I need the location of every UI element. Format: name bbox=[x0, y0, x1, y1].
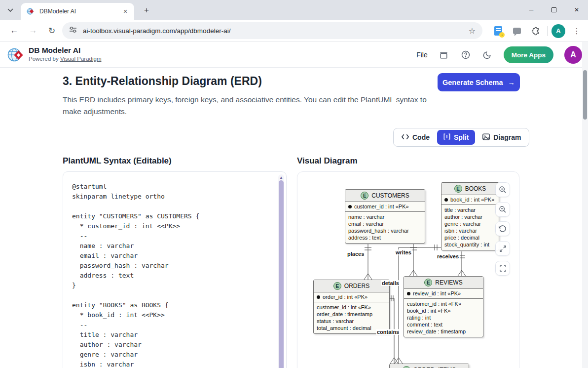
diagram-heading: Visual Diagram bbox=[297, 156, 358, 166]
forward-icon[interactable]: → bbox=[26, 23, 40, 38]
entity-customers[interactable]: ECUSTOMERScustomer_id : int «PK»name : v… bbox=[345, 189, 425, 244]
entity-primary-key: book_id : int «PK» bbox=[441, 195, 499, 205]
address-bar[interactable]: ai-toolbox.visual-paradigm.com/app/dbmod… bbox=[62, 22, 482, 39]
entity-header: ECUSTOMERS bbox=[345, 190, 425, 202]
site-info-icon[interactable] bbox=[69, 26, 77, 36]
relationship-label-writes: writes bbox=[395, 249, 412, 255]
plantuml-code-editor[interactable]: @startumlskinparam linetype ortho entity… bbox=[63, 172, 276, 368]
entity-header: EBOOKS bbox=[441, 183, 499, 195]
back-icon[interactable]: ← bbox=[7, 23, 22, 38]
reset-view-icon[interactable] bbox=[495, 221, 510, 236]
tab-search-chevron-icon[interactable] bbox=[4, 4, 17, 17]
dark-mode-moon-icon[interactable] bbox=[482, 49, 493, 60]
entity-header: EREVIEWS bbox=[404, 277, 483, 289]
zoom-out-icon[interactable] bbox=[495, 202, 510, 217]
extensions-puzzle-icon[interactable] bbox=[528, 24, 543, 39]
page-scrollbar-thumb[interactable] bbox=[583, 70, 587, 120]
browser-tab[interactable]: DBModeler AI ✕ bbox=[21, 3, 134, 20]
archive-icon[interactable] bbox=[439, 49, 449, 60]
section-description: This ERD includes primary keys, foreign … bbox=[63, 94, 430, 118]
bookmark-star-icon[interactable]: ☆ bbox=[469, 26, 476, 36]
reload-icon[interactable]: ↻ bbox=[44, 23, 59, 38]
relationship-label-details: details bbox=[381, 280, 400, 286]
entity-stereotype-icon: E bbox=[403, 366, 410, 368]
visual-diagram-panel: ECUSTOMERScustomer_id : int «PK»name : v… bbox=[297, 171, 519, 368]
entity-reviews[interactable]: EREVIEWSreview_id : int «PK»customer_id … bbox=[404, 276, 483, 337]
fit-view-icon[interactable] bbox=[495, 241, 510, 256]
editor-scrollbar-thumb[interactable] bbox=[279, 180, 284, 368]
url-text[interactable]: ai-toolbox.visual-paradigm.com/app/dbmod… bbox=[83, 27, 469, 35]
relationship-label-places: places bbox=[346, 251, 365, 257]
editor-scrollbar[interactable]: ▲ ▼ bbox=[278, 174, 284, 368]
tab-code[interactable]: Code bbox=[395, 130, 436, 145]
menu-kebab-icon[interactable]: ⋮ bbox=[569, 24, 584, 39]
entity-fields: title : varcharauthor : varchargenre : v… bbox=[441, 205, 499, 250]
entity-stereotype-icon: E bbox=[361, 192, 368, 200]
entity-primary-key: order_id : int «PK» bbox=[314, 292, 389, 302]
split-icon bbox=[443, 133, 450, 141]
diagram-image-icon bbox=[482, 133, 490, 142]
entity-stereotype-icon: E bbox=[424, 279, 432, 286]
generate-schema-button[interactable]: Generate Schema → bbox=[438, 73, 520, 91]
app-logo bbox=[7, 46, 25, 64]
docs-extension-icon[interactable]: ↓ bbox=[491, 24, 506, 39]
app-header: DB Modeler AI Powered by Visual Paradigm… bbox=[0, 42, 588, 68]
tab-split[interactable]: Split bbox=[437, 130, 475, 145]
browser-toolbar: ← → ↻ ai-toolbox.visual-paradigm.com/app… bbox=[0, 20, 588, 42]
browser-tabstrip: DBModeler AI ✕ + ─ ✕ bbox=[0, 0, 588, 20]
entity-stereotype-icon: E bbox=[454, 185, 462, 193]
entity-books[interactable]: EBOOKSbook_id : int «PK»title : varchara… bbox=[441, 182, 499, 250]
entity-name: REVIEWS bbox=[435, 279, 462, 286]
window-close-icon[interactable]: ✕ bbox=[565, 0, 588, 20]
powered-by: Powered by Visual Paradigm bbox=[29, 56, 101, 62]
entity-stereotype-icon: E bbox=[333, 282, 341, 290]
entity-name: CUSTOMERS bbox=[371, 192, 409, 199]
profile-avatar[interactable]: A bbox=[551, 24, 565, 38]
user-avatar[interactable]: A bbox=[564, 46, 582, 64]
zoom-in-icon[interactable] bbox=[495, 182, 510, 197]
code-icon bbox=[402, 133, 409, 141]
view-toggle: Code Split Diagram bbox=[393, 128, 529, 147]
close-icon[interactable]: ✕ bbox=[121, 7, 129, 15]
entity-orders[interactable]: EORDERSorder_id : int «PK»customer_id : … bbox=[313, 280, 390, 334]
file-menu[interactable]: File bbox=[416, 51, 428, 59]
favicon bbox=[27, 7, 35, 15]
comment-icon[interactable] bbox=[510, 24, 524, 39]
entity-order_items[interactable]: EORDER_ITEMS bbox=[389, 364, 469, 368]
maximize-icon[interactable] bbox=[543, 0, 565, 20]
minimize-icon[interactable]: ─ bbox=[520, 0, 543, 20]
plantuml-editor-panel: @startumlskinparam linetype ortho entity… bbox=[63, 171, 287, 368]
toolbar-divider bbox=[547, 26, 548, 36]
entity-fields: name : varcharemail : varcharpassword_ha… bbox=[345, 212, 425, 243]
arrow-right-icon: → bbox=[508, 79, 515, 86]
more-apps-button[interactable]: More Apps bbox=[504, 46, 553, 63]
help-icon[interactable] bbox=[460, 49, 471, 60]
entity-header: EORDERS bbox=[314, 280, 389, 292]
fullscreen-icon[interactable] bbox=[495, 261, 510, 276]
relationship-label-contains: contains bbox=[376, 329, 400, 335]
entity-primary-key: customer_id : int «PK» bbox=[345, 202, 425, 212]
new-tab-icon[interactable]: + bbox=[140, 4, 153, 17]
page-scrollbar[interactable] bbox=[582, 42, 588, 368]
tab-diagram[interactable]: Diagram bbox=[476, 130, 527, 145]
visual-paradigm-link[interactable]: Visual Paradigm bbox=[60, 56, 102, 62]
editor-heading: PlantUML Syntax (Editable) bbox=[63, 156, 172, 166]
entity-header: EORDER_ITEMS bbox=[390, 364, 469, 368]
entity-fields: customer_id : int «FK»book_id : int «FK»… bbox=[404, 299, 483, 337]
page-title: 3. Entity-Relationship Diagram (ERD) bbox=[63, 75, 262, 88]
relationship-label-receives: receives bbox=[436, 253, 460, 259]
tab-title: DBModeler AI bbox=[39, 8, 121, 15]
entity-name: ORDERS bbox=[344, 283, 369, 289]
app-name: DB Modeler AI bbox=[29, 46, 101, 55]
entity-name: BOOKS bbox=[465, 185, 486, 192]
erd-canvas[interactable]: ECUSTOMERScustomer_id : int «PK»name : v… bbox=[297, 172, 519, 368]
entity-primary-key: review_id : int «PK» bbox=[404, 289, 483, 299]
